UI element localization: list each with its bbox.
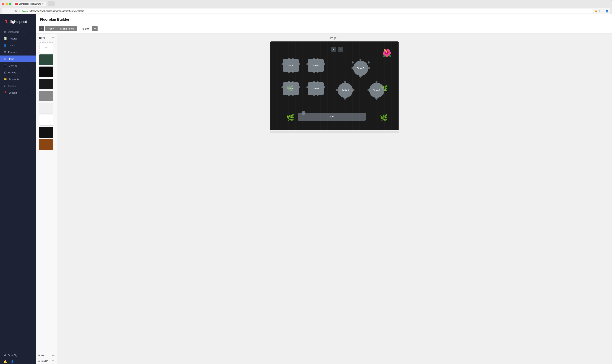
new-tab-area[interactable]	[48, 1, 55, 6]
bar-label: Bar	[330, 115, 334, 118]
floor-swatch-4[interactable]	[39, 91, 53, 101]
table-1[interactable]: Table 1	[283, 59, 299, 72]
table-wrapper-4: Table 4	[308, 82, 324, 95]
key-icon: 🔑	[594, 10, 598, 13]
floor-swatch-2[interactable]	[39, 66, 53, 77]
notifications-icon[interactable]: 🔔	[4, 360, 7, 363]
decoration-tool[interactable]: Decoration ✏	[37, 358, 55, 364]
devices-icon: 📱	[4, 64, 7, 67]
table-wrapper-3: Table 3	[283, 82, 299, 95]
floors-edit-icon[interactable]: ✏	[52, 36, 55, 39]
floor-tab-tiki-bar[interactable]: Tiki Bar	[77, 26, 92, 31]
floor-tab-add-button[interactable]: +	[92, 26, 98, 31]
table-3[interactable]: Table 3	[283, 82, 299, 95]
browser-tab[interactable]: Lightspeed Restaurant ✕	[13, 2, 46, 6]
tab-close-button[interactable]: ✕	[42, 3, 44, 5]
floor-tab-dining-room[interactable]: Dining Room	[57, 26, 77, 31]
sidebar-item-left: 👤 Users	[4, 44, 15, 47]
maximize-button[interactable]	[9, 3, 11, 5]
sidebar-item-reports[interactable]: 📊 Reports ›	[0, 35, 36, 42]
sidebar-label-support: Support	[9, 91, 17, 94]
decoration-edit-icon[interactable]: ✏	[52, 359, 55, 363]
tables-tool[interactable]: Tables ✏	[37, 353, 55, 358]
sidebar-label-devices: Devices	[9, 65, 17, 67]
sidebar-bottom: 🖨 Sushi City 🔔 👤 ⬚	[0, 350, 36, 364]
table-7[interactable]: Table 7	[369, 83, 384, 98]
sidebar-restaurant[interactable]: 🖨 Sushi City	[4, 352, 32, 358]
forward-button[interactable]: →	[9, 9, 13, 13]
table-7-label: Table 7	[373, 89, 380, 92]
table-wrapper-6: Table 6	[338, 83, 353, 98]
sidebar-label-dashboard: Dashboard	[8, 31, 19, 33]
floor-swatch-8[interactable]	[39, 139, 53, 150]
profile-bottom-icon[interactable]: 👤	[11, 360, 14, 363]
table-wrapper-1: Table 1	[283, 59, 299, 72]
floor-swatch-1[interactable]	[39, 54, 53, 65]
bar-element[interactable]: Bar	[298, 113, 366, 121]
table-2[interactable]: Table 2	[308, 59, 324, 72]
floorplan-area: Page 1 T D 🌿 🌿 🌺	[57, 34, 612, 364]
add-floor-button[interactable]: +	[39, 42, 53, 53]
sidebar-label-floors: Floors	[8, 58, 14, 60]
dashboard-icon: ▦	[4, 30, 6, 33]
chevron-right-icon: ›	[31, 51, 32, 53]
sidebar-item-products[interactable]: 🏷 Products ›	[0, 49, 36, 55]
floor-swatch-3[interactable]	[39, 79, 53, 89]
sidebar-item-payments[interactable]: 💳 Payments ›	[0, 76, 36, 83]
tables-edit-icon[interactable]: ✏	[52, 354, 55, 357]
sidebar: lightspeed ▦ Dashboard 📊 Reports ›	[0, 14, 36, 364]
floors-icon: ⊞	[4, 57, 6, 60]
table-6[interactable]: Table 6	[338, 83, 353, 98]
menu-icon[interactable]: ⋮	[602, 10, 604, 13]
users-icon: 👤	[4, 44, 7, 47]
bookmark-icon[interactable]: ☆	[599, 10, 601, 13]
table-5[interactable]: Table 5	[353, 61, 368, 76]
horizontal-scrollbar[interactable]	[270, 131, 399, 133]
chair-dot	[368, 61, 370, 64]
sidebar-label-reports: Reports	[9, 37, 17, 40]
back-button[interactable]: ←	[4, 9, 7, 13]
sidebar-item-devices[interactable]: 📱 Devices ›	[0, 62, 36, 69]
reload-button[interactable]: ↻	[14, 9, 18, 13]
decoration-icon[interactable]: D	[338, 47, 343, 52]
sidebar-item-printing[interactable]: 🖨 Printing ›	[0, 69, 36, 76]
floor-nav-prev[interactable]: ‹	[39, 26, 44, 31]
sidebar-item-left: 💳 Payments	[4, 78, 19, 81]
profile-icon[interactable]: 👤	[605, 10, 608, 13]
floor-swatch-7[interactable]	[39, 127, 53, 138]
settings-icon: ⚙	[4, 85, 6, 87]
floor-swatch-6[interactable]	[39, 115, 53, 126]
floorplan-canvas[interactable]: T D 🌿 🌿 🌺	[270, 41, 399, 130]
sidebar-item-left: 📱 Devices	[4, 64, 17, 67]
floors-panel-title: Floors	[38, 37, 45, 39]
floors-panel: Floors ✏ + Tables ✏	[36, 34, 57, 364]
main-content: Floorplan Builder ‹ Patio Dining Room Ti…	[36, 14, 612, 364]
sidebar-label-printing: Printing	[8, 71, 16, 74]
sidebar-item-support[interactable]: ❓ Support ›	[0, 89, 36, 96]
sidebar-item-left: ❓ Support	[4, 91, 17, 94]
browser-titlebar: Lightspeed Restaurant ✕	[2, 1, 610, 8]
minimize-button[interactable]	[5, 3, 8, 5]
floor-swatch-5[interactable]	[39, 103, 53, 114]
close-button[interactable]	[2, 3, 4, 5]
reports-icon: 📊	[4, 37, 7, 40]
browser-omnibar: ← → ↻ Secure https://nae2-web.posios.com…	[2, 8, 610, 14]
sidebar-label-settings: Settings	[8, 85, 16, 87]
chevron-right-icon: ›	[31, 38, 32, 40]
sidebar-logo: lightspeed	[0, 17, 36, 28]
address-bar[interactable]: Secure https://nae2-web.posios.com/manag…	[19, 9, 593, 13]
page-title: Floorplan Builder	[40, 17, 608, 22]
floor-tab-patio[interactable]: Patio	[45, 26, 57, 31]
chevron-right-icon: ›	[31, 78, 32, 80]
sidebar-item-settings[interactable]: ⚙ Settings ›	[0, 83, 36, 89]
table-4-label: Table 4	[312, 87, 319, 90]
table-4[interactable]: Table 4	[308, 82, 324, 95]
sidebar-item-users[interactable]: 👤 Users ›	[0, 42, 36, 49]
text-icon[interactable]: T	[331, 47, 336, 52]
sidebar-item-floors[interactable]: ⊞ Floors	[0, 55, 36, 62]
sidebar-item-dashboard[interactable]: ▦ Dashboard	[0, 28, 36, 35]
sidebar-item-left: 🏷 Products	[4, 51, 17, 53]
logout-icon[interactable]: ⬚	[18, 360, 20, 363]
page-header: Floorplan Builder	[36, 14, 612, 24]
omnibar-right: 🔑 ☆ ⋮ 👤	[594, 10, 608, 13]
